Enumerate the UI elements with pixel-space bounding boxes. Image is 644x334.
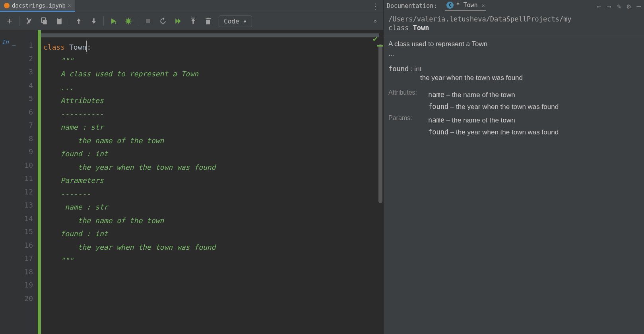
chevron-down-icon: ▾ [243,17,247,25]
add-cell-button[interactable] [2,14,17,28]
attributes-content: name – the name of the town found – the … [428,89,639,113]
tabs-more-icon[interactable]: ⋮ [368,0,383,12]
doc-field-found: found : int the year when the town was f… [388,65,639,82]
scrollbar[interactable] [378,44,382,203]
minimize-icon[interactable]: — [636,2,641,10]
params-content: name – the name of the town found – the … [428,115,639,138]
doc-path: /Users/valeria.letusheva/DataSpellProjec… [384,12,644,24]
cell-type-dropdown[interactable]: Code ▾ [219,16,252,27]
params-label: Params: [388,115,428,122]
doc-summary: A class used to represent a Town [388,40,639,48]
move-up-button[interactable] [72,14,86,28]
svg-rect-7 [191,18,195,19]
toolbar-overflow-icon[interactable]: » [370,18,381,24]
doc-class-signature: class Town [384,24,644,36]
doc-ellipsis: ... [388,50,639,58]
run-all-button[interactable] [171,14,185,28]
code-editor[interactable]: In _ 123 456 789 101112 131415 161718 19… [0,30,383,334]
jupyter-icon [4,3,10,8]
move-down-button[interactable] [87,14,101,28]
close-icon[interactable]: ✕ [68,2,71,8]
svg-text:I: I [114,21,116,25]
doc-panel-title: Documentation: [387,2,437,10]
editor-tab[interactable]: docstrings.ipynb ✕ [0,0,75,12]
cut-button[interactable] [22,14,36,28]
settings-icon[interactable]: ⚙ [627,2,631,10]
tab-filename: docstrings.ipynb [12,2,66,9]
stop-button[interactable] [141,14,155,28]
svg-rect-6 [146,19,150,23]
restart-button[interactable] [156,14,170,28]
edit-button[interactable]: ✎ [617,2,621,10]
delete-button[interactable] [201,14,215,28]
back-button[interactable]: ← [597,2,601,10]
inspection-ok-icon[interactable]: ✔ [373,32,378,46]
doc-tab[interactable]: C * Town ✕ [445,1,486,11]
run-cell-button[interactable]: I [106,14,120,28]
attributes-label: Attributes: [388,89,428,96]
class-icon: C [446,2,454,9]
line-gutter: 123 456 789 101112 131415 161718 1920 [18,30,38,334]
cell-prompt: In _ [0,30,18,334]
run-to-button[interactable] [186,14,200,28]
close-icon[interactable]: ✕ [482,2,485,8]
cell-type-value: Code [224,17,239,25]
svg-rect-3 [58,18,61,19]
forward-button[interactable]: → [607,2,611,10]
debug-button[interactable] [121,14,136,28]
paste-button[interactable] [52,14,66,28]
copy-button[interactable] [37,14,51,28]
svg-rect-2 [57,18,62,24]
doc-tab-name: * Town [456,2,477,9]
